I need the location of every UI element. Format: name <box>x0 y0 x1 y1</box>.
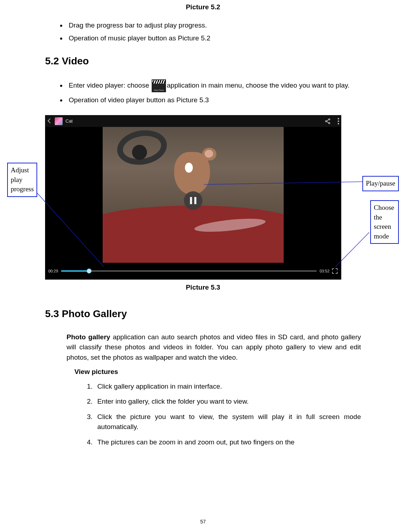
icon-caption: Video Player <box>152 89 166 92</box>
progress-track[interactable] <box>61 270 317 272</box>
step-item: Enter into gallery, click the folder you… <box>94 396 361 407</box>
total-time: 03:52 <box>319 268 329 274</box>
gallery-paragraph: Photo gallery application can auto searc… <box>67 332 361 363</box>
heading-5-3-gallery: 5.3 Photo Gallery <box>45 306 361 321</box>
video-player-app-icon: Video Player <box>152 79 166 92</box>
video-controls-bar: 00:29 03:52 <box>45 263 341 279</box>
step-item: Click the picture you want to view, the … <box>94 412 361 432</box>
svg-line-3 <box>327 120 329 121</box>
video-topbar: Cat <box>45 115 341 127</box>
video-thumbnail-icon <box>55 117 63 125</box>
pause-icon <box>190 197 196 204</box>
gallery-lead: Photo gallery <box>67 333 110 341</box>
bullet-item: Drag the progress bar to adjust play pro… <box>67 20 361 31</box>
overflow-menu-icon[interactable] <box>337 118 339 125</box>
video-viewport[interactable] <box>45 127 341 263</box>
bullet-item: Operation of music player button as Pict… <box>67 33 361 44</box>
view-pictures-heading: View pictures <box>74 367 361 377</box>
video-title: Cat <box>65 118 73 125</box>
callout-screen-mode: Choose the screen mode <box>370 200 399 244</box>
svg-line-4 <box>327 122 329 123</box>
share-icon[interactable] <box>324 118 331 124</box>
back-icon[interactable] <box>47 118 53 124</box>
progress-fill <box>61 270 89 272</box>
progress-thumb[interactable] <box>87 269 92 274</box>
gallery-body-text: application can auto search photos and v… <box>67 333 361 361</box>
text-fragment: application in main menu, choose the vid… <box>167 82 349 89</box>
video-player-screenshot: Cat <box>45 115 341 280</box>
steps-list: Click gallery application in main interf… <box>67 381 361 448</box>
page-number: 57 <box>0 518 406 526</box>
heading-5-2-video: 5.2 Video <box>45 54 361 69</box>
caption-5-3: Picture 5.3 <box>45 282 361 293</box>
step-item: Click gallery application in main interf… <box>94 381 361 392</box>
fullscreen-icon[interactable] <box>332 268 338 274</box>
bullet-list-1: Drag the progress bar to adjust play pro… <box>45 20 361 44</box>
step-item: The pictures can be zoom in and zoom out… <box>94 437 361 448</box>
text-fragment: Enter video player: choose <box>69 82 151 89</box>
callout-adjust-progress: Adjust play progress <box>7 163 37 197</box>
elapsed-time: 00:29 <box>48 268 58 274</box>
bullet-list-2: Enter video player: choose Video Player … <box>45 79 361 105</box>
bullet-item: Enter video player: choose Video Player … <box>67 79 361 92</box>
bullet-item: Operation of video player button as Pict… <box>67 95 361 105</box>
caption-5-2: Picture 5.2 <box>45 2 361 13</box>
play-pause-button[interactable] <box>184 191 202 210</box>
callout-play-pause: Play/pause <box>362 176 399 191</box>
